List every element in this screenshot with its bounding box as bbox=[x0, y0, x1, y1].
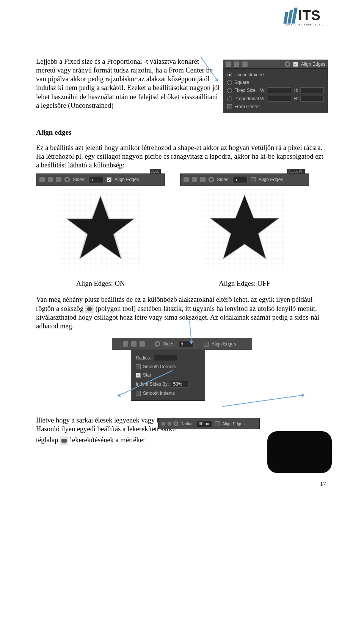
arrange-icon[interactable] bbox=[200, 177, 206, 182]
fixed-h-input[interactable] bbox=[300, 87, 324, 93]
options-bar-off: Adobe Ph Sides: 5 Align Edges bbox=[180, 173, 309, 186]
rounded-rect-tool-icon bbox=[60, 437, 68, 445]
from-center-label: From Center bbox=[234, 104, 260, 109]
prop-w-input[interactable] bbox=[268, 96, 291, 102]
sides-label: Sides: bbox=[163, 341, 176, 347]
star-preview-off bbox=[180, 186, 309, 273]
unconstrained-radio[interactable] bbox=[227, 73, 232, 77]
indent-input[interactable]: 50% bbox=[171, 381, 188, 388]
radius-input[interactable]: 30 px bbox=[197, 420, 213, 427]
shape-options-panel: ✓ Align Edges Unconstrained Square Fixed… bbox=[223, 60, 328, 113]
paragraph-4c-b: lekerekítésének a mértéke: bbox=[70, 436, 145, 444]
smooth-corners-checkbox[interactable] bbox=[136, 364, 141, 369]
path-ops-icon[interactable] bbox=[226, 61, 231, 67]
fixed-w-input[interactable] bbox=[268, 87, 291, 93]
align-icon[interactable] bbox=[131, 341, 136, 347]
align-edges-checkbox[interactable] bbox=[215, 421, 220, 426]
header-divider bbox=[36, 42, 328, 42]
align-edges-label: Align Edges bbox=[222, 421, 245, 426]
fixed-size-label: Fixed Size bbox=[234, 88, 258, 93]
gear-icon[interactable] bbox=[209, 177, 214, 182]
path-ops-icon[interactable] bbox=[162, 422, 165, 426]
star-aligned-icon bbox=[59, 189, 142, 269]
sides-label: Sides: bbox=[217, 177, 229, 182]
paragraph-3: Van még néhány plusz beállítás de ez a k… bbox=[36, 295, 328, 331]
sides-label: Sides: bbox=[73, 177, 85, 182]
radius-label: Radius: bbox=[180, 421, 195, 426]
square-radio[interactable] bbox=[227, 80, 232, 85]
smooth-indents-checkbox[interactable] bbox=[136, 391, 141, 396]
page-header: ITS Oktató- és Kutatóközpont bbox=[36, 15, 328, 42]
polygon-options-bar: Sides: 5 Align Edges bbox=[112, 338, 252, 350]
proportional-radio[interactable] bbox=[227, 96, 232, 101]
polygon-dropdown: Radius: Smooth Corners ✓ Star Indent Sid… bbox=[131, 350, 205, 401]
options-bar-on: Adob Sides: 5 ✓ Align Edges bbox=[36, 173, 165, 186]
svg-marker-33 bbox=[67, 196, 134, 259]
paragraph-1: Lejjebb a Fixed size és a Proportional -… bbox=[36, 57, 220, 110]
app-hint-2: Adobe Ph bbox=[287, 169, 305, 174]
smooth-corners-label: Smooth Corners bbox=[143, 364, 176, 369]
arrange-icon[interactable] bbox=[140, 341, 145, 347]
align-edges-label: Align Edges bbox=[301, 61, 325, 67]
radius-input[interactable] bbox=[154, 355, 177, 361]
paragraph-4c-a: téglalap bbox=[36, 436, 58, 444]
heading-align-edges: Align edges bbox=[36, 128, 328, 137]
proportional-label: Proportional bbox=[234, 96, 258, 101]
gear-icon[interactable] bbox=[64, 177, 70, 182]
align-edges-checkbox[interactable]: ✓ bbox=[293, 62, 298, 67]
smooth-indents-label: Smooth Indents bbox=[143, 391, 175, 396]
h-label-2: H: bbox=[293, 96, 298, 101]
align-icon[interactable] bbox=[48, 177, 53, 182]
fixed-size-radio[interactable] bbox=[227, 88, 232, 93]
page-number: 17 bbox=[36, 481, 328, 487]
gear-icon[interactable] bbox=[155, 341, 160, 347]
annotation-arrow-icon bbox=[222, 394, 304, 407]
sides-input[interactable]: 5 bbox=[232, 176, 248, 183]
align-edges-checkbox-off[interactable] bbox=[251, 177, 256, 182]
polygon-options-screenshot: Sides: 5 Align Edges Radius: Smooth Corn… bbox=[112, 338, 252, 401]
rounded-rect-sample bbox=[267, 431, 332, 473]
polygon-tool-icon bbox=[85, 305, 94, 313]
arrange-icon[interactable] bbox=[56, 177, 61, 182]
path-ops-icon[interactable] bbox=[184, 177, 189, 182]
align-edges-label: Align Edges bbox=[212, 341, 236, 347]
path-ops-icon[interactable] bbox=[123, 341, 128, 347]
align-edges-label: Align Edges bbox=[259, 177, 283, 182]
logo-bars-icon bbox=[283, 8, 297, 24]
panel-topbar: ✓ Align Edges bbox=[223, 60, 328, 69]
gear-icon[interactable] bbox=[285, 61, 290, 67]
align-edges-checkbox-on[interactable]: ✓ bbox=[107, 177, 111, 182]
star-unaligned-icon bbox=[203, 189, 286, 269]
prop-h-input[interactable] bbox=[300, 96, 324, 102]
caption-on: Align Edges: ON bbox=[36, 280, 165, 288]
radius-label: Radius: bbox=[136, 355, 151, 361]
caption-off: Align Edges: OFF bbox=[180, 280, 309, 288]
w-label: W: bbox=[260, 88, 265, 93]
align-edges-checkbox[interactable] bbox=[204, 342, 209, 347]
star-label: Star bbox=[143, 372, 151, 378]
logo: ITS Oktató- és Kutatóközpont bbox=[285, 8, 328, 26]
w-label-2: W: bbox=[260, 96, 265, 101]
star-checkbox[interactable]: ✓ bbox=[136, 373, 141, 378]
sides-input[interactable]: 5 bbox=[88, 176, 104, 183]
app-hint: Adob bbox=[150, 169, 161, 174]
align-icon[interactable] bbox=[168, 422, 171, 426]
gear-icon[interactable] bbox=[174, 421, 178, 426]
square-label: Square bbox=[234, 80, 249, 85]
align-icon[interactable] bbox=[234, 61, 239, 67]
paragraph-2: Ez a beállítás azt jelenti hogy amikor l… bbox=[36, 143, 328, 170]
path-ops-icon[interactable] bbox=[39, 177, 45, 182]
arrange-icon[interactable] bbox=[242, 61, 248, 67]
radius-options-bar: Radius: 30 px Align Edges bbox=[158, 418, 260, 429]
align-edges-label: Align Edges bbox=[115, 177, 139, 182]
star-preview-on bbox=[36, 186, 165, 273]
indent-label: Indent Sides By: bbox=[136, 381, 169, 387]
logo-text: ITS bbox=[298, 8, 321, 24]
from-center-checkbox[interactable] bbox=[227, 104, 232, 109]
align-icon[interactable] bbox=[192, 177, 197, 182]
unconstrained-label: Unconstrained bbox=[234, 72, 264, 77]
h-label: H: bbox=[293, 88, 298, 93]
